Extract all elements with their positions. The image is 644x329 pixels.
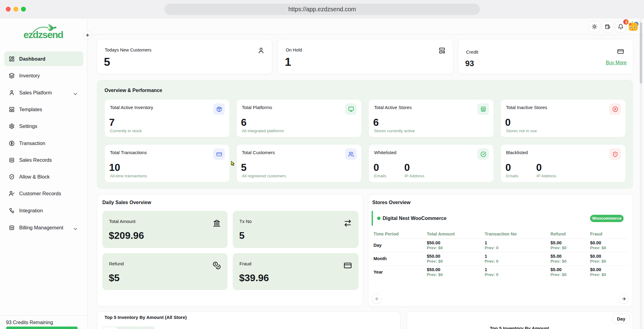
svg-text:ezdzsend: ezdzsend (23, 29, 63, 39)
